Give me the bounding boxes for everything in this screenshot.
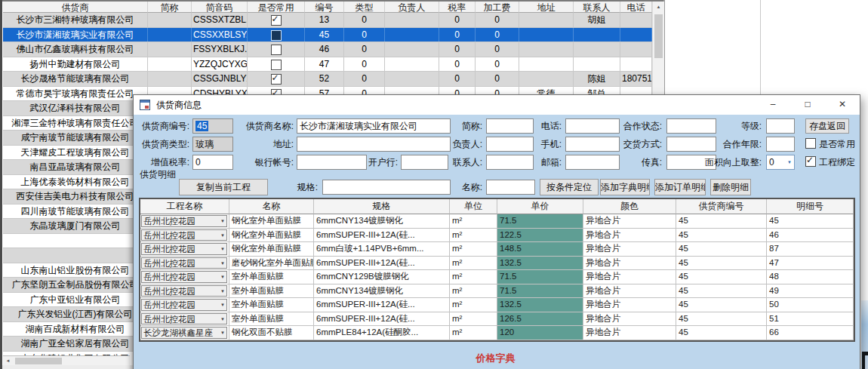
detail-cell[interactable]: 异地合片 bbox=[583, 214, 676, 228]
delivery-field[interactable] bbox=[666, 137, 716, 152]
project-combobox[interactable]: 岳州北控花园▼ bbox=[141, 299, 227, 311]
detail-cell[interactable]: 异地合片 bbox=[583, 270, 676, 284]
close-button[interactable]: ✕ bbox=[825, 95, 860, 115]
detail-cell[interactable]: m² bbox=[450, 270, 497, 284]
supplier-row[interactable]: 四川南玻节能玻璃有限公司 bbox=[3, 204, 148, 220]
commonly-used-checkbox[interactable]: 是否常用 bbox=[805, 137, 855, 152]
column-header-7[interactable]: 负责人 bbox=[385, 2, 439, 13]
add-dictionary-detail-button[interactable]: 添加字典明细 bbox=[600, 179, 650, 195]
chevron-down-icon[interactable]: ▼ bbox=[220, 314, 225, 324]
detail-row[interactable]: 岳州北控花园▼钢化室外单面贴膜6mmCNY134镀膜钢化m²71.5异地合片45… bbox=[140, 214, 854, 229]
detail-cell[interactable]: m² bbox=[450, 242, 497, 256]
detail-cell[interactable]: 51 bbox=[767, 312, 854, 326]
detail-cell[interactable]: 120 bbox=[497, 326, 583, 340]
delete-detail-button[interactable]: 删除明细 bbox=[710, 179, 751, 195]
save-return-button[interactable]: 存盘返回 bbox=[805, 118, 849, 134]
detail-cell[interactable]: 异地合片 bbox=[583, 229, 676, 242]
chevron-down-icon[interactable]: ▼ bbox=[220, 216, 225, 226]
supplier-row[interactable] bbox=[3, 248, 148, 263]
cell-common[interactable] bbox=[248, 42, 305, 57]
detail-cell[interactable]: 6mmSUPER-III+12A(硅... bbox=[314, 312, 450, 326]
detail-cell[interactable]: 45 bbox=[676, 312, 767, 326]
checkbox-icon[interactable] bbox=[271, 15, 282, 26]
detail-cell[interactable]: 钢化双面不贴膜 bbox=[229, 326, 314, 340]
cell-common[interactable] bbox=[248, 13, 305, 27]
contact-field[interactable] bbox=[486, 155, 534, 170]
minimize-button[interactable]: – bbox=[756, 95, 790, 115]
supplier-row[interactable]: 西安佳吉美电力科技有限公司 bbox=[3, 189, 148, 204]
coop-status-field[interactable] bbox=[666, 118, 716, 134]
detail-cell[interactable]: 132.5 bbox=[497, 257, 583, 270]
detail-column-header-3[interactable]: 规格 bbox=[314, 199, 450, 214]
cell-common[interactable] bbox=[248, 72, 305, 86]
project-combobox[interactable]: 岳州北控花园▼ bbox=[141, 257, 227, 269]
column-header-1[interactable]: 供货商 bbox=[3, 2, 148, 13]
cell-common[interactable] bbox=[248, 57, 305, 72]
supplier-row[interactable]: 广东兴发铝业(江西)有限公司 bbox=[3, 307, 148, 322]
detail-cell[interactable]: m² bbox=[450, 284, 497, 298]
supplier-row[interactable]: 武汉亿泽科技有限公司 bbox=[3, 101, 148, 116]
chevron-down-icon[interactable]: ▼ bbox=[220, 300, 225, 310]
locate-by-condition-button[interactable]: 按条件定位 bbox=[540, 179, 599, 195]
detail-cell[interactable]: 6mmCNY134镀膜钢化 bbox=[314, 214, 450, 228]
column-header-5[interactable]: 编号 bbox=[305, 2, 344, 13]
checkbox-checked-icon[interactable] bbox=[805, 156, 816, 167]
detail-cell[interactable]: 48 bbox=[767, 270, 854, 284]
detail-cell[interactable]: 50 bbox=[767, 298, 854, 312]
detail-cell[interactable]: 71.5 bbox=[497, 284, 583, 298]
project-combobox[interactable]: 长沙龙湖祺鑫星座▼ bbox=[141, 327, 227, 339]
bank-field[interactable] bbox=[401, 155, 448, 170]
detail-cell[interactable]: 45 bbox=[676, 242, 767, 256]
chevron-down-icon[interactable]: ▼ bbox=[220, 286, 225, 297]
detail-cell[interactable]: 室外单面贴膜 bbox=[229, 270, 314, 284]
name-search-field[interactable] bbox=[486, 180, 535, 195]
detail-cell[interactable]: 6mmCNY134镀膜钢化 bbox=[314, 284, 450, 298]
detail-row[interactable]: 岳州北控花园▼室外单面贴膜6mmCNY129B镀膜钢化m²71.5异地合片454… bbox=[140, 270, 854, 284]
detail-column-header-4[interactable]: 单位 bbox=[450, 199, 497, 214]
project-combobox[interactable]: 岳州北控花园▼ bbox=[141, 271, 227, 283]
detail-cell[interactable]: 室外单面贴膜 bbox=[229, 298, 314, 312]
supplier-type-field[interactable]: 玻璃 bbox=[192, 137, 233, 152]
vertical-scroll-thumb[interactable] bbox=[654, 14, 663, 58]
detail-cell[interactable]: 45 bbox=[676, 229, 767, 242]
chevron-down-icon[interactable]: ▼ bbox=[220, 272, 225, 282]
column-header-4[interactable]: 是否常用 bbox=[248, 2, 305, 13]
checkbox-icon[interactable] bbox=[271, 45, 282, 55]
dialog-titlebar[interactable]: 供货商信息 – □ ✕ bbox=[134, 95, 860, 115]
supplier-row[interactable]: 咸宁南玻节能玻璃有限公司 bbox=[3, 131, 148, 146]
detail-cell[interactable]: m² bbox=[450, 229, 497, 242]
checkbox-icon[interactable] bbox=[271, 60, 282, 70]
chevron-down-icon[interactable]: ▼ bbox=[220, 230, 225, 241]
maximize-button[interactable]: □ bbox=[790, 95, 825, 115]
detail-cell[interactable]: 异地合片 bbox=[583, 312, 676, 326]
detail-cell[interactable]: 46 bbox=[767, 229, 854, 242]
detail-cell[interactable]: m² bbox=[450, 298, 497, 312]
detail-cell[interactable]: 45 bbox=[676, 257, 767, 270]
supplier-row[interactable] bbox=[3, 234, 148, 249]
detail-cell[interactable]: 6mm白玻+1.14PVB+6mm... bbox=[314, 242, 450, 256]
horizontal-scroll-thumb[interactable] bbox=[15, 358, 62, 364]
supplier-row[interactable]: 广东中亚铝业有限公司 bbox=[3, 293, 148, 308]
column-header-11[interactable]: 联系人 bbox=[574, 2, 620, 13]
detail-cell[interactable]: 45 bbox=[767, 214, 854, 228]
checkbox-icon[interactable] bbox=[271, 74, 282, 85]
detail-row[interactable]: 岳州北控花园▼室外单面贴膜6mmSUPER-III+12A(硅...m²126.… bbox=[140, 312, 854, 327]
detail-cell[interactable]: 66 bbox=[767, 326, 854, 340]
detail-column-header-6[interactable]: 颜色 bbox=[583, 199, 676, 214]
detail-cell[interactable]: m² bbox=[450, 326, 497, 340]
detail-column-header-2[interactable]: 名称 bbox=[229, 199, 314, 214]
coop-years-field[interactable] bbox=[766, 137, 795, 152]
supplier-row[interactable]: 湖南百成新材料有限公司 bbox=[3, 322, 148, 337]
detail-cell[interactable]: 47 bbox=[767, 257, 854, 270]
supplier-row[interactable]: 上海优泰装饰材料有限公司 bbox=[3, 175, 148, 190]
column-header-10[interactable]: 地址 bbox=[519, 2, 574, 13]
supplier-row[interactable]: 山东南山铝业股份有限公司 bbox=[3, 263, 148, 278]
detail-cell[interactable]: 45 bbox=[676, 284, 767, 298]
detail-cell[interactable]: m² bbox=[450, 312, 497, 326]
column-header-9[interactable]: 加工费 bbox=[476, 2, 519, 13]
project-combobox[interactable]: 岳州北控花园▼ bbox=[141, 313, 227, 325]
detail-cell[interactable]: 87 bbox=[767, 242, 854, 256]
detail-cell[interactable]: 异地合片 bbox=[583, 326, 676, 340]
supplier-row[interactable]: 湖南广亚全铝家居有限公司 bbox=[3, 337, 148, 352]
supplier-name-field[interactable]: 长沙市潇湘玻璃实业有限公司 bbox=[297, 118, 451, 134]
